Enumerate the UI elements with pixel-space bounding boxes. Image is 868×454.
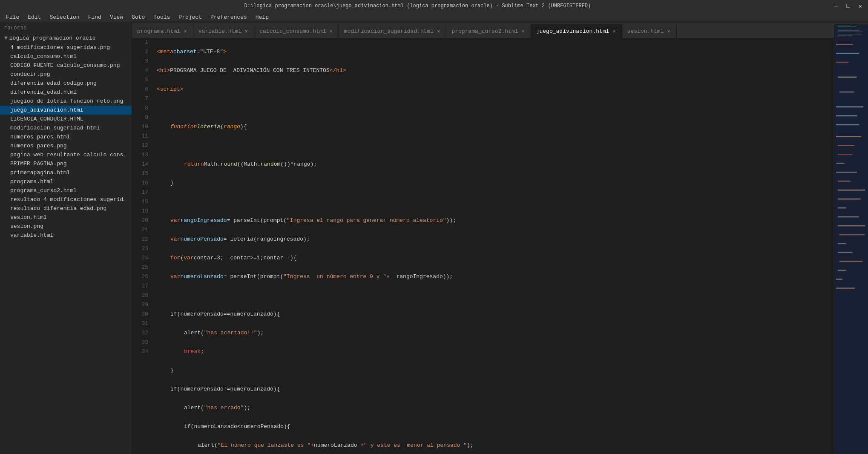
menu-selection[interactable]: Selection [45, 13, 83, 21]
sidebar-file-1[interactable]: calculo_consumo.html [0, 52, 132, 61]
code-line-21: if(numeroLanzado<numeroPensado){ [157, 422, 834, 431]
tab-close-icon[interactable]: ✕ [244, 28, 249, 35]
sidebar-file-10[interactable]: numeros_pares.html [0, 132, 132, 141]
tab-close-icon[interactable]: ✕ [612, 28, 616, 35]
sidebar-file-6[interactable]: juegioo de lotria funcion reto.png [0, 97, 132, 106]
menu-help[interactable]: Help [251, 13, 273, 21]
code-line-9 [157, 197, 834, 207]
svg-rect-23 [836, 163, 845, 164]
svg-rect-16 [839, 92, 854, 93]
sidebar-file-19[interactable]: sesion.html [0, 213, 132, 222]
project-name[interactable]: ▼ logica programacion oracle [0, 33, 132, 43]
tab-programa-curso2[interactable]: programa_curso2.html ✕ [446, 24, 531, 38]
svg-rect-19 [836, 124, 859, 125]
code-line-18: } [157, 366, 834, 375]
sidebar-file-18[interactable]: resultado diferencia edad.png [0, 204, 132, 213]
sidebar-file-17[interactable]: resultado 4 modificaciones sugeridas.png [0, 195, 132, 204]
menu-goto[interactable]: Goto [127, 13, 149, 21]
code-line-8: } [157, 178, 834, 188]
close-button[interactable]: ✕ [856, 2, 865, 11]
tab-label: programa.html [137, 28, 180, 34]
sidebar-file-14[interactable]: primerapagina.html [0, 168, 132, 177]
code-line-20: alert("has errado"); [157, 403, 834, 413]
sidebar-file-11[interactable]: numeros_pares.png [0, 141, 132, 150]
svg-rect-20 [836, 136, 861, 137]
sidebar-file-8[interactable]: LICENCIA_CONDUCIR.HTML [0, 115, 132, 124]
tab-juego-adivinacion[interactable]: juego_adivinacion.html ✕ [531, 24, 622, 38]
code-line-7: return Math.round((Math.random())*rango)… [157, 160, 834, 169]
svg-rect-10 [837, 37, 846, 37]
sidebar-file-15[interactable]: programa.html [0, 177, 132, 186]
tab-calculo[interactable]: calculo_consumo.html ✕ [254, 24, 339, 38]
menu-tools[interactable]: Tools [149, 13, 174, 21]
svg-rect-14 [836, 62, 849, 63]
tab-label: modificacion_sugeridad.html [344, 28, 434, 34]
svg-rect-8 [838, 34, 862, 34]
title-text: D:\logica programacion oracle\juego_adiv… [3, 3, 832, 9]
tab-programa[interactable]: programa.html ✕ [132, 24, 193, 38]
tab-label: juego_adivinacion.html [536, 28, 609, 34]
svg-rect-6 [837, 32, 863, 32]
tab-sesion[interactable]: sesion.html ✕ [622, 24, 677, 38]
sidebar-file-21[interactable]: variable.html [0, 231, 132, 240]
svg-rect-25 [838, 181, 851, 182]
svg-rect-24 [836, 172, 857, 173]
window-controls[interactable]: — □ ✕ [832, 2, 865, 11]
svg-rect-2 [837, 26, 857, 27]
tab-close-icon[interactable]: ✕ [520, 28, 525, 35]
folders-header: FOLDERS [0, 23, 132, 33]
tab-close-icon[interactable]: ✕ [436, 28, 441, 35]
code-line-1: <meta charset="UTF-8"> [157, 47, 834, 57]
code-line-16: alert("has acertado!!"); [157, 328, 834, 338]
code-content[interactable]: <meta charset="UTF-8"> <h1>PROGRAMA JUEG… [152, 38, 834, 454]
tab-close-icon[interactable]: ✕ [328, 28, 333, 35]
svg-rect-26 [838, 190, 865, 191]
minimap-scrollbar[interactable] [834, 38, 868, 454]
sidebar-file-12[interactable]: pagina web resultante calculo_consumo.pn… [0, 150, 132, 159]
sidebar-file-16[interactable]: programa_curso2.html [0, 186, 132, 195]
code-line-17: break; [157, 347, 834, 356]
code-line-13: var numeroLanzado = parseInt(prompt("Ing… [157, 272, 834, 282]
menu-file[interactable]: File [2, 13, 23, 21]
svg-rect-4 [838, 29, 853, 29]
svg-rect-22 [838, 154, 853, 155]
tab-close-icon[interactable]: ✕ [183, 28, 187, 35]
svg-rect-5 [838, 30, 859, 31]
sidebar-file-4[interactable]: diferencia edad codigo.png [0, 79, 132, 88]
svg-rect-12 [836, 44, 853, 45]
sidebar-file-0[interactable]: 4 modificaciones sugeridas.png [0, 43, 132, 52]
maximize-button[interactable]: □ [844, 2, 852, 11]
svg-rect-3 [837, 28, 846, 28]
menu-find[interactable]: Find [84, 13, 106, 21]
tab-modificacion[interactable]: modificacion_sugeridad.html ✕ [339, 24, 447, 38]
menu-edit[interactable]: Edit [23, 13, 45, 21]
sidebar-file-2[interactable]: CODIGO FUENTE calculo_consumo.png [0, 61, 132, 70]
project-label: logica programacion oracle [9, 35, 96, 41]
code-line-4 [157, 103, 834, 113]
tab-label: sesion.html [627, 28, 664, 34]
tab-close-icon[interactable]: ✕ [666, 28, 671, 35]
code-editor[interactable]: 12345 678910 1112131415 1617181920 21222… [132, 38, 868, 454]
editor-area: programa.html ✕ variable.html ✕ calculo_… [132, 23, 868, 454]
minimize-button[interactable]: — [832, 2, 840, 11]
tab-label: calculo_consumo.html [259, 28, 326, 34]
sidebar-file-20[interactable]: sesion.png [0, 222, 132, 231]
sidebar-file-3[interactable]: conducir.png [0, 70, 132, 79]
code-line-10: var rangoIngresado= parseInt(prompt("Ing… [157, 216, 834, 225]
sidebar-file-5[interactable]: diferencia_edad.html [0, 88, 132, 97]
tab-variable[interactable]: variable.html ✕ [193, 24, 255, 38]
code-line-6 [157, 141, 834, 150]
menu-view[interactable]: View [106, 13, 127, 21]
sidebar-file-7[interactable]: juego_adivinacion.html [0, 106, 132, 115]
code-line-14 [157, 291, 834, 300]
svg-rect-36 [836, 279, 842, 280]
code-line-12: for (var contar=3; contar>=1 ;contar--){ [157, 253, 834, 263]
sidebar-file-9[interactable]: modificacion_sugeridad.html [0, 124, 132, 132]
menu-preferences[interactable]: Preferences [206, 13, 251, 21]
sidebar-file-13[interactable]: PRIMER PAGINA.png [0, 159, 132, 168]
menu-project[interactable]: Project [174, 13, 206, 21]
svg-rect-13 [836, 53, 859, 54]
line-numbers: 12345 678910 1112131415 1617181920 21222… [132, 38, 152, 454]
sidebar: FOLDERS ▼ logica programacion oracle 4 m… [0, 23, 132, 454]
svg-rect-18 [836, 115, 857, 116]
